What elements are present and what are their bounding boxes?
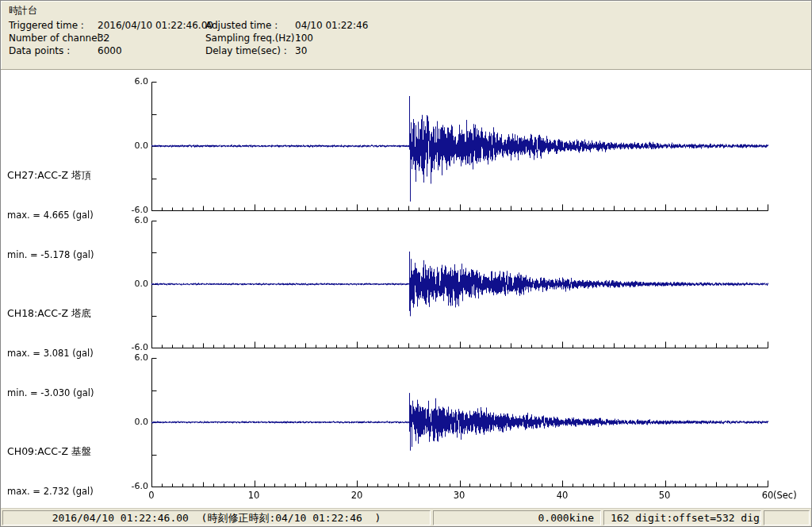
- channel-name: CH09:ACC-Z 基盤: [7, 446, 150, 457]
- y-tick-label: 6.0: [118, 216, 148, 225]
- x-tick-label: 30: [454, 490, 465, 501]
- sampling-freq-label: Sampling freq.(Hz) :: [205, 33, 301, 44]
- y-tick-label: -6.0: [118, 482, 148, 491]
- channel-count-label: Number of channel :: [9, 33, 106, 44]
- triggered-time-value: 2016/04/10 01:22:46.00: [98, 21, 213, 31]
- x-tick-label: 60: [762, 490, 774, 501]
- y-tick-label: 0.0: [118, 141, 148, 151]
- app-window: 時計台 Triggered time : 2016/04/10 01:22:46…: [0, 0, 812, 527]
- x-axis-unit-label: (Sec): [773, 490, 797, 501]
- status-kine-pane: 0.000kine: [433, 510, 601, 525]
- channel-min-value: min. = -3.030 (gal): [7, 389, 150, 398]
- status-time-pane: 2016/04/10 01:22:46.00 (時刻修正時刻:04/10 01:…: [2, 510, 431, 525]
- y-tick-label: 0.0: [118, 279, 148, 289]
- x-tick-label: 0: [148, 490, 154, 501]
- y-tick-label: -6.0: [118, 206, 148, 215]
- data-points-label: Data points :: [9, 46, 70, 56]
- sampling-freq-value: 100: [295, 33, 313, 44]
- status-extra-pane: [764, 510, 810, 525]
- header-panel: 時計台 Triggered time : 2016/04/10 01:22:46…: [1, 1, 811, 70]
- data-points-value: 6000: [98, 46, 122, 56]
- y-tick-label: 6.0: [118, 353, 148, 363]
- app-title: 時計台: [9, 6, 37, 16]
- channel-count-value: 32: [98, 33, 109, 44]
- adjusted-time-label: Adjusted time :: [205, 21, 278, 31]
- x-tick-label: 40: [557, 490, 569, 501]
- delay-time-label: Delay time(sec) :: [205, 46, 287, 56]
- channel-name: CH27:ACC-Z 塔頂: [7, 170, 150, 181]
- adjusted-time-value: 04/10 01:22:46: [295, 21, 368, 31]
- x-tick-label: 20: [351, 490, 363, 501]
- waveform-plot-area: CH27:ACC-Z 塔頂 max. = 4.665 (gal) min. = …: [1, 70, 811, 510]
- x-tick-label: 50: [659, 490, 671, 501]
- x-tick-label: 10: [248, 490, 260, 501]
- status-bar: 2016/04/10 01:22:46.00 (時刻修正時刻:04/10 01:…: [1, 508, 811, 526]
- status-digit-pane: 162 digit:offset=532 digit: [603, 510, 761, 525]
- channel-min-value: min. = -5.178 (gal): [7, 251, 150, 260]
- triggered-time-label: Triggered time :: [9, 21, 84, 31]
- y-tick-label: -6.0: [118, 343, 148, 352]
- delay-time-value: 30: [295, 46, 307, 56]
- y-tick-label: 0.0: [118, 417, 148, 427]
- channel-name: CH18:ACC-Z 塔底: [7, 308, 150, 319]
- y-tick-label: 6.0: [118, 77, 148, 87]
